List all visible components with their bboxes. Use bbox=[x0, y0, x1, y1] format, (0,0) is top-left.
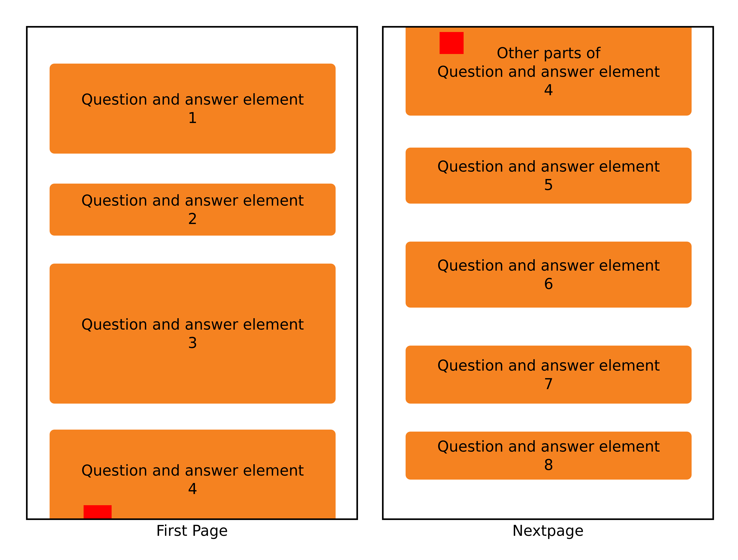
qa-element-6-text-line2: 6 bbox=[544, 275, 553, 293]
qa-element-1-text-line1: Question and answer element bbox=[81, 90, 304, 109]
qa-element-4-cont-line3: 4 bbox=[544, 81, 553, 99]
first-page-wrap: Question and answer element 1 Question a… bbox=[26, 26, 358, 539]
qa-element-2-text-line1: Question and answer element bbox=[81, 191, 304, 210]
diagram-root: Question and answer element 1 Question a… bbox=[0, 0, 738, 539]
split-marker-top bbox=[440, 32, 464, 54]
qa-element-4-top-fragment: Question and answer element 4 bbox=[50, 430, 336, 520]
qa-element-6-text-line1: Question and answer element bbox=[437, 256, 660, 275]
qa-element-5-text-line2: 5 bbox=[544, 176, 553, 194]
qa-element-4-text-line2: 4 bbox=[188, 480, 197, 498]
qa-element-6: Question and answer element 6 bbox=[406, 242, 692, 308]
qa-element-7: Question and answer element 7 bbox=[406, 346, 692, 403]
qa-element-3: Question and answer element 3 bbox=[50, 264, 336, 403]
qa-element-1: Question and answer element 1 bbox=[50, 64, 336, 154]
qa-element-7-text-line2: 7 bbox=[544, 374, 553, 393]
qa-element-5: Question and answer element 5 bbox=[406, 148, 692, 204]
qa-element-2: Question and answer element 2 bbox=[50, 184, 336, 236]
qa-element-8: Question and answer element 8 bbox=[406, 432, 692, 480]
next-page-frame: Other parts of Question and answer eleme… bbox=[382, 26, 714, 520]
first-page-frame: Question and answer element 1 Question a… bbox=[26, 26, 358, 520]
qa-element-4-cont-line2: Question and answer element bbox=[437, 62, 660, 81]
qa-element-4-text-line1: Question and answer element bbox=[81, 461, 304, 480]
qa-element-8-text-line2: 8 bbox=[544, 456, 553, 474]
qa-element-8-text-line1: Question and answer element bbox=[437, 437, 660, 456]
next-page-wrap: Other parts of Question and answer eleme… bbox=[382, 26, 714, 539]
qa-element-3-text-line1: Question and answer element bbox=[81, 315, 304, 334]
qa-element-1-text-line2: 1 bbox=[188, 108, 197, 127]
qa-element-2-text-line2: 2 bbox=[188, 210, 197, 228]
qa-element-7-text-line1: Question and answer element bbox=[437, 356, 660, 375]
qa-element-4-continued-fragment: Other parts of Question and answer eleme… bbox=[406, 28, 692, 115]
qa-element-3-text-line2: 3 bbox=[188, 334, 197, 352]
first-page-label: First Page bbox=[156, 522, 228, 539]
next-page-label: Nextpage bbox=[512, 522, 584, 539]
qa-element-4-cont-line1: Other parts of bbox=[497, 44, 601, 62]
split-marker-bottom bbox=[84, 505, 111, 520]
qa-element-5-text-line1: Question and answer element bbox=[437, 157, 660, 176]
